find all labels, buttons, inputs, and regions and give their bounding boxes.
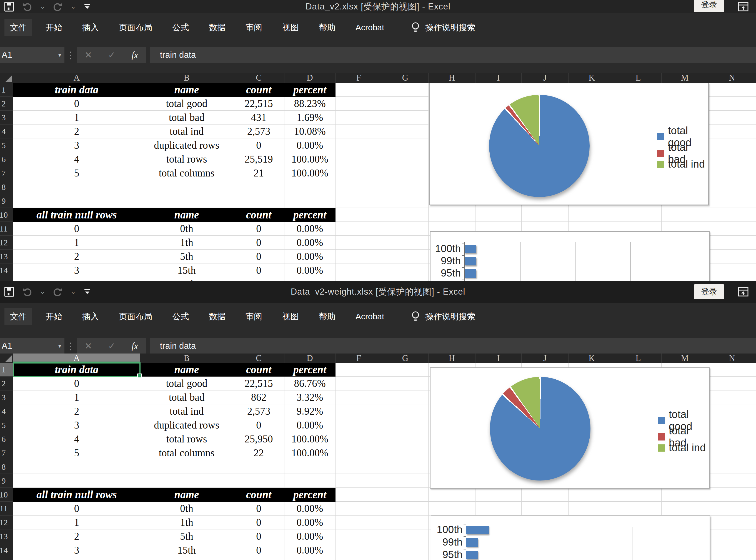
chart-layer: total goodtotal badtotal ind100th99th95t… [0,281,756,560]
gridline [577,527,577,560]
bar[interactable] [466,526,489,534]
bar-category-label: 95th [432,549,462,560]
gridline [522,527,522,560]
legend-label: total ind [669,442,706,454]
legend-swatch-icon [657,150,664,157]
bar[interactable] [465,257,476,265]
legend-swatch-icon [658,417,665,424]
gridline [630,242,631,281]
bar[interactable] [465,245,476,253]
legend-swatch-icon [658,444,665,452]
desktop: ⌄ ⌄ Data_v2.xlsx [受保护的视图] - Excel 登录 文件 … [0,0,756,560]
legend-swatch-icon [658,433,665,440]
bar-category-label: 100th [430,243,461,255]
gridline [575,242,575,281]
bar-category-label: 99th [430,255,461,267]
legend-swatch-icon [657,161,664,168]
axis-tick [464,549,466,549]
bar-category-label: 95th [430,267,461,279]
axis-tick [462,243,465,243]
gridline [688,527,688,560]
excel-window-data-v2-weight: ⌄ ⌄ Data_v2-weight.xlsx [受保护的视图] - Excel… [0,281,756,560]
bar-chart[interactable]: 100th99th95th [431,516,710,560]
axis-tick [464,536,466,537]
bar-category-label: 99th [432,536,462,548]
axis-tick [462,280,465,280]
gridline [520,242,521,281]
legend-label: total ind [668,158,705,170]
pie-plot [489,95,590,197]
legend-item[interactable]: total ind [657,158,705,170]
gridline [686,242,686,281]
axis-tick [462,255,465,256]
gridline [632,527,632,560]
bar[interactable] [465,269,476,278]
bar-chart[interactable]: 100th99th95th [430,231,710,281]
pie-plot [490,377,590,481]
legend-swatch-icon [657,133,664,140]
bar-category-label: 100th [432,524,462,536]
bar[interactable] [466,551,478,559]
legend-item[interactable]: total ind [658,442,706,454]
bar[interactable] [466,538,478,547]
chart-layer: total goodtotal badtotal ind100th99th95t… [0,0,756,281]
excel-window-data-v2: ⌄ ⌄ Data_v2.xlsx [受保护的视图] - Excel 登录 文件 … [0,0,756,281]
pie-chart[interactable]: total goodtotal badtotal ind [429,83,709,205]
pie-chart[interactable]: total goodtotal badtotal ind [430,367,710,488]
axis-tick [464,524,466,524]
axis-tick [462,267,465,268]
